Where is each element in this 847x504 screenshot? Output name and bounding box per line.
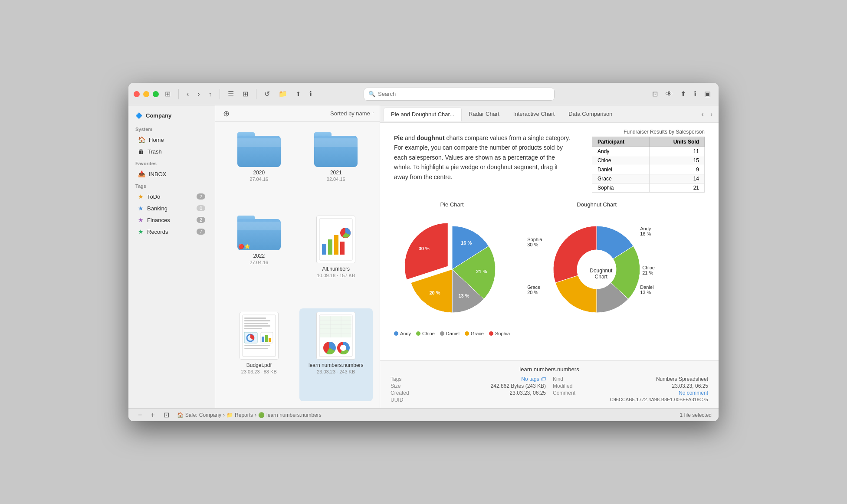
- table-row: Sophia21: [592, 183, 705, 193]
- tag-badge: 0: [197, 205, 205, 211]
- created-row: Created 23.03.23, 06:25: [391, 390, 546, 396]
- titlebar: ⊞ ‹ › ↑ ☰ ⊞ ↺ 📁 ⬆ ℹ 🔍 ⊡ 👁 ⬆ ℹ ▣: [128, 83, 719, 105]
- svg-rect-16: [265, 335, 268, 342]
- tab-data-comparison[interactable]: Data Comparison: [561, 107, 619, 121]
- units-cell: 15: [649, 156, 704, 165]
- file-date: 27.04.16: [250, 260, 268, 265]
- participant-cell: Chloe: [592, 156, 650, 165]
- svg-rect-4: [340, 242, 345, 255]
- zoom-out-button[interactable]: −: [135, 409, 144, 421]
- inbox-icon: 📥: [138, 170, 145, 177]
- up-button[interactable]: ↑: [206, 89, 214, 99]
- breadcrumb-arrow2: ›: [255, 412, 256, 418]
- file-item[interactable]: All.numbers 10.09.18 · 157 KB: [299, 212, 373, 305]
- list-view-button[interactable]: ☰: [225, 88, 236, 100]
- legend-item-chloe: Chloe: [416, 331, 435, 336]
- maximize-button[interactable]: [153, 91, 159, 97]
- main-content: 🔷 Company System 🏠 Home 🗑 Trash Favorite…: [128, 105, 719, 408]
- file-date: 27.04.16: [250, 177, 268, 182]
- search-input[interactable]: [378, 91, 550, 97]
- eye-button[interactable]: 👁: [663, 88, 675, 100]
- file-item[interactable]: learn numbers.numbers 23.03.23 · 243 KB: [299, 308, 373, 401]
- tag-label: Finances: [147, 217, 170, 223]
- refresh-button[interactable]: ↺: [262, 88, 272, 100]
- zoom-in-button[interactable]: +: [148, 409, 157, 421]
- sidebar-item-trash[interactable]: 🗑 Trash: [131, 146, 212, 157]
- info-button[interactable]: ℹ: [307, 88, 315, 100]
- file-item[interactable]: 🔴⭐ 2022 27.04.16: [222, 212, 296, 305]
- forward-button[interactable]: ›: [195, 88, 202, 100]
- file-info-bar: learn numbers.numbers Tags No tags 🏷 Kin…: [380, 360, 719, 408]
- file-date: 23.03.23 · 88 KB: [241, 369, 277, 374]
- svg-rect-17: [269, 338, 271, 342]
- pie-chart-svg: 16 %21 %13 %20 %30 %: [396, 213, 509, 326]
- search-icon: 🔍: [368, 91, 375, 97]
- tag-icon: ★: [138, 216, 144, 223]
- traffic-lights: [134, 91, 159, 97]
- safe-label: Safe:: [185, 412, 197, 418]
- file-name: 2021: [330, 170, 342, 176]
- tags-list: ★ ToDo 2 ★ Banking 0 ★ Finances 2 ★ Reco…: [128, 191, 215, 237]
- grid-view-button[interactable]: ⊞: [240, 88, 251, 100]
- svg-rect-18: [244, 345, 270, 346]
- info-button2[interactable]: ℹ: [691, 88, 699, 100]
- panel-toggle-button[interactable]: ▣: [702, 88, 713, 100]
- tab-interactive-chart[interactable]: Interactive Chart: [506, 107, 561, 121]
- back-button[interactable]: ‹: [184, 88, 191, 100]
- export-button[interactable]: ⬆: [678, 88, 689, 100]
- table-header-participant: Participant: [592, 137, 650, 147]
- file-date: 02.04.16: [327, 177, 345, 182]
- legend-dot: [465, 331, 469, 336]
- view-options-button[interactable]: ⊡: [161, 409, 172, 421]
- created-label: Created: [391, 390, 409, 396]
- legend-dot: [394, 331, 398, 336]
- svg-rect-7: [244, 317, 266, 319]
- file-item[interactable]: 2021 02.04.16: [299, 129, 373, 209]
- sidebar-item-home[interactable]: 🏠 Home: [131, 134, 212, 145]
- sidebar-toggle-button[interactable]: ⊞: [162, 88, 173, 100]
- units-cell: 14: [649, 174, 704, 183]
- close-button[interactable]: [134, 91, 140, 97]
- add-item-button[interactable]: ⊕: [220, 107, 232, 120]
- file-count: 1 file selected: [680, 412, 712, 418]
- search-bar[interactable]: 🔍: [364, 88, 555, 101]
- file-item[interactable]: 2020 27.04.16: [222, 129, 296, 209]
- file-item[interactable]: Budget.pdf 23.03.23 · 88 KB: [222, 308, 296, 401]
- participant-cell: Grace: [592, 174, 650, 183]
- size-value: 242.862 Bytes (243 KB): [491, 383, 546, 389]
- tab-next-button[interactable]: ›: [708, 110, 715, 118]
- svg-rect-10: [244, 325, 270, 327]
- minimize-button[interactable]: [143, 91, 149, 97]
- doc-thumbnail: [316, 216, 355, 263]
- sidebar-item-todo[interactable]: ★ ToDo 2: [131, 191, 212, 202]
- uuid-label: UUID: [391, 397, 403, 403]
- screen-button[interactable]: ⊡: [650, 88, 660, 100]
- pie-label-chloe: 21 %: [476, 269, 487, 274]
- svg-rect-11: [244, 328, 262, 329]
- tab-radar-chart[interactable]: Radar Chart: [462, 107, 506, 121]
- sort-label: Sorted by name ↑: [330, 110, 374, 117]
- new-folder-button[interactable]: 📁: [276, 88, 290, 100]
- sidebar-item-banking[interactable]: ★ Banking 0: [131, 203, 212, 214]
- doughnut-chart-title: Doughnut Chart: [577, 201, 617, 208]
- sidebar-item-finances[interactable]: ★ Finances 2: [131, 214, 212, 226]
- tag-label: ToDo: [147, 193, 160, 200]
- system-section-label: System: [128, 123, 215, 134]
- sidebar-item-records[interactable]: ★ Records 7: [131, 226, 212, 237]
- folder-badge: 🔴⭐: [238, 244, 250, 249]
- sidebar-item-inbox[interactable]: 📥 INBOX: [131, 168, 212, 180]
- tab-prev-button[interactable]: ‹: [699, 110, 706, 118]
- separator2: [220, 89, 220, 99]
- uuid-row: UUID C96CCAB5-1772-4A98-B8F1-00BFFA318C7…: [391, 397, 708, 403]
- file-name: Budget.pdf: [246, 362, 272, 368]
- legend-label: Daniel: [446, 331, 460, 336]
- file-name: learn numbers.numbers: [309, 362, 364, 368]
- comment-value: No comment: [679, 390, 708, 396]
- legend-label: Andy: [400, 331, 411, 336]
- comment-label: Comment: [553, 390, 575, 396]
- svg-rect-8: [244, 320, 270, 321]
- fundraiser-table: Fundraiser Results by Salesperson Partic…: [592, 129, 705, 193]
- svg-rect-15: [262, 337, 264, 342]
- share-button[interactable]: ⬆: [293, 89, 303, 99]
- tab-pie-and-doughnut-char...[interactable]: Pie and Doughnut Char...: [384, 107, 462, 121]
